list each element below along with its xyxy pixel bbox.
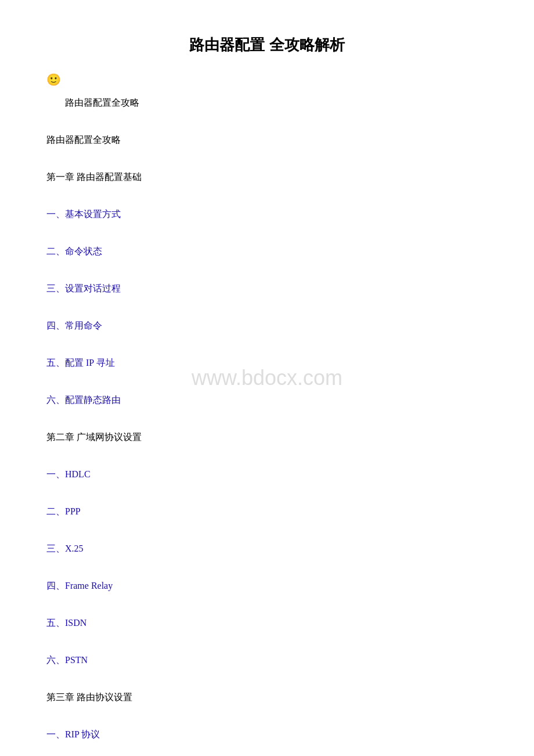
toc-ch2: 第二章 广域网协议设置 [46,428,488,447]
toc-ch1-6[interactable]: 六、配置静态路由 [46,391,488,409]
toc-intro: 路由器配置全攻略 [46,131,488,149]
toc-ch3-1[interactable]: 一、RIP 协议 [46,725,488,744]
toc-ch2-6[interactable]: 六、PSTN [46,651,488,669]
toc-ch2-4[interactable]: 四、Frame Relay [46,577,488,595]
toc-container: 路由器配置全攻略路由器配置全攻略第一章 路由器配置基础一、基本设置方式二、命令状… [46,93,488,756]
toc-ch2-3[interactable]: 三、X.25 [46,539,488,558]
toc-ch2-1[interactable]: 一、HDLC [46,465,488,484]
toc-ch1-2[interactable]: 二、命令状态 [46,242,488,261]
toc-ch3: 第三章 路由协议设置 [46,688,488,707]
toc-ch1-1[interactable]: 一、基本设置方式 [46,205,488,224]
toc-ch2-5[interactable]: 五、ISDN [46,614,488,632]
toc-ch1-4[interactable]: 四、常用命令 [46,316,488,335]
toc-ch1-5[interactable]: 五、配置 IP 寻址 [46,354,488,372]
emoji-decoration: 🙂 [46,73,488,87]
toc-ch1-3[interactable]: 三、设置对话过程 [46,279,488,298]
toc-ch1: 第一章 路由器配置基础 [46,168,488,186]
toc-intro-indented: 路由器配置全攻略 [46,93,488,112]
toc-ch2-2[interactable]: 二、PPP [46,502,488,521]
page-title: 路由器配置 全攻略解析 [46,35,488,55]
